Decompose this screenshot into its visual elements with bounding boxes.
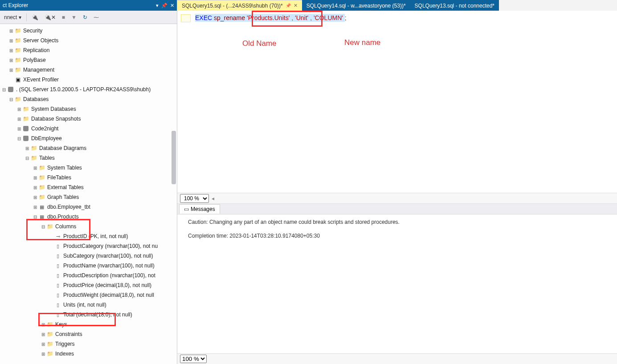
expander-icon[interactable]: ⊞ (16, 117, 22, 121)
folder-icon (14, 47, 21, 54)
pin-icon[interactable]: 📌 (161, 3, 168, 8)
table-employee[interactable]: ⊞ dbo.Employee_tbt (0, 202, 177, 212)
expander-icon[interactable]: ⊟ (24, 156, 30, 161)
disconnect-icon[interactable]: 🔌✕ (42, 13, 58, 22)
expander-icon[interactable]: ⊟ (16, 136, 22, 141)
expander-icon[interactable]: ⊟ (1, 87, 7, 92)
tree-item-label: Replication (23, 47, 49, 53)
expander-icon[interactable]: ⊟ (32, 214, 38, 219)
column-item[interactable]: ProductName (nvarchar(100), not null) (0, 261, 177, 271)
tablefolder-filetables[interactable]: ⊞ FileTables (0, 173, 177, 182)
object-explorer-panel: ct Explorer ▾ 📌 ✕ nnect ▾ 🔌 🔌✕ ■ ▼ ↻ ⁓ ⊞… (0, 0, 177, 364)
file-tab-query15[interactable]: SQLQuery15.sql - (...24ASS9\shubh (70))*… (177, 0, 302, 11)
expander-icon[interactable]: ⊞ (32, 175, 38, 180)
tree-snapshots[interactable]: ⊞ Database Snapshots (0, 114, 177, 124)
tree-polybase[interactable]: ⊞ PolyBase (0, 55, 177, 65)
expander-icon[interactable]: ⊟ (40, 224, 46, 229)
file-tab-query13[interactable]: SQLQuery13.sql - not connected* (410, 0, 499, 11)
expander-icon[interactable]: ⊞ (8, 38, 14, 43)
column-item[interactable]: ProductPrice (decimal(18,0), not null) (0, 280, 177, 290)
tablesub-indexes[interactable]: ⊞ Indexes (0, 349, 177, 359)
expander-icon[interactable]: ⊞ (40, 322, 46, 327)
expander-icon[interactable]: ⊞ (8, 48, 14, 53)
refresh-icon[interactable]: ↻ (81, 13, 90, 22)
file-tab-query14[interactable]: SQLQuery14.sql - w...aveastoryone (53))* (302, 0, 410, 11)
tree-sysdb[interactable]: ⊞ System Databases (0, 104, 177, 114)
expander-icon[interactable]: ⊞ (8, 28, 14, 33)
expander-icon[interactable]: ⊞ (40, 332, 46, 337)
stop-icon[interactable]: ■ (60, 13, 67, 22)
expander-icon[interactable]: ⊟ (8, 97, 14, 102)
expander-icon[interactable]: ⊞ (32, 195, 38, 200)
expander-icon[interactable]: ⊞ (16, 107, 22, 112)
tree-xevent[interactable]: ▣ XEvent Profiler (0, 75, 177, 85)
dropdown-icon[interactable]: ▾ (156, 3, 159, 8)
column-item[interactable]: ProductID (PK, int, not null) (0, 231, 177, 241)
results-tabbar: ▭ Messages (177, 204, 617, 214)
messages-zoom-bar: 100 % (177, 353, 617, 364)
expander-icon[interactable]: ⊞ (32, 185, 38, 190)
messages-tab[interactable]: ▭ Messages (179, 204, 220, 214)
tablesub-keys[interactable]: ⊞ Keys (0, 320, 177, 329)
column-item[interactable]: ProductCategory (nvarchar(100), not nu (0, 241, 177, 251)
tree-management[interactable]: ⊞ Management (0, 65, 177, 75)
column-item[interactable]: ProductDescription (nvarchar(100), not (0, 271, 177, 280)
tree-item-label: Constraints (55, 331, 82, 337)
tree-replication[interactable]: ⊞ Replication (0, 45, 177, 55)
expander-icon[interactable]: ⊞ (40, 342, 46, 347)
column-label: ProductDescription (nvarchar(100), not (63, 272, 155, 279)
expander-icon[interactable]: ⊞ (32, 166, 38, 170)
activity-icon[interactable]: ⁓ (91, 13, 101, 22)
columns-node[interactable]: ⊟ Columns (0, 222, 177, 231)
expander-icon[interactable]: ⊞ (32, 205, 38, 210)
tree-item-label: Triggers (55, 341, 75, 347)
column-item[interactable]: Total (decimal(18,0), not null) (0, 310, 177, 320)
tree-security[interactable]: ⊞ Security (0, 26, 177, 36)
expander-icon[interactable]: ⊞ (40, 352, 46, 356)
pin-icon[interactable]: 📌 (286, 3, 291, 8)
column-item[interactable]: Units (int, not null) (0, 300, 177, 310)
object-explorer-tree[interactable]: ⊞ Security ⊞ Server Objects ⊞ Replicatio… (0, 24, 177, 364)
tree-item-label: System Databases (31, 106, 76, 112)
close-icon[interactable]: ✕ (294, 3, 298, 8)
expander-icon[interactable]: ⊞ (16, 126, 22, 131)
column-item[interactable]: SubCategory (nvarchar(100), not null) (0, 251, 177, 261)
scrollbar-thumb[interactable] (172, 131, 176, 184)
object-explorer-toolbar: nnect ▾ 🔌 🔌✕ ■ ▼ ↻ ⁓ (0, 11, 177, 24)
folder-icon (38, 194, 45, 201)
expander-icon[interactable]: ⊞ (8, 68, 14, 73)
procedure-name: sp_rename (214, 14, 245, 21)
tablesub-triggers[interactable]: ⊞ Triggers (0, 339, 177, 349)
zoom-select[interactable]: 100 % (180, 194, 209, 203)
tablefolder-graphtables[interactable]: ⊞ Graph Tables (0, 192, 177, 202)
connect-button[interactable]: nnect ▾ (2, 13, 24, 22)
message-completion: Completion time: 2023-01-14T03:28:10.917… (188, 232, 606, 240)
tree-item-label: PolyBase (23, 57, 46, 63)
database-icon (22, 135, 29, 142)
tables-node[interactable]: ⊟ Tables (0, 153, 177, 163)
server-node[interactable]: ⊟ . (SQL Server 15.0.2000.5 - LAPTOP-RK2… (0, 85, 177, 94)
databases-node[interactable]: ⊟ Databases (0, 94, 177, 104)
column-item[interactable]: ProductWeight (decimal(18,0), not null (0, 290, 177, 300)
code-line-1[interactable]: EXEC sp_rename 'Products.Units' , 'Unit'… (195, 14, 347, 21)
tablesub-constraints[interactable]: ⊞ Constraints (0, 329, 177, 339)
database-diagrams-node[interactable]: ⊞ Database Diagrams (0, 143, 177, 153)
chevron-left-icon[interactable]: ◂ (212, 195, 214, 202)
filter-icon[interactable]: ▼ (69, 13, 79, 22)
tablefolder-externaltables[interactable]: ⊞ External Tables (0, 182, 177, 192)
database-dbemployee[interactable]: ⊟ DbEmployee (0, 133, 177, 143)
column-icon (54, 262, 61, 269)
sql-editor[interactable]: EXEC sp_rename 'Products.Units' , 'Unit'… (177, 11, 617, 193)
connect-icon[interactable]: 🔌 (29, 13, 41, 22)
tree-serverobjects[interactable]: ⊞ Server Objects (0, 36, 177, 45)
tablefolder-systables[interactable]: ⊞ System Tables (0, 163, 177, 173)
expander-icon[interactable]: ⊞ (24, 146, 30, 151)
database-code2night[interactable]: ⊞ Code2night (0, 124, 177, 133)
zoom-select-messages[interactable]: 100 % (180, 355, 207, 363)
folder-icon (14, 96, 21, 103)
close-icon[interactable]: ✕ (170, 3, 174, 8)
tree-item-label: Code2night (31, 125, 58, 132)
messages-output[interactable]: Caution: Changing any part of an object … (177, 214, 617, 353)
table-products[interactable]: ⊟ dbo.Products (0, 212, 177, 222)
expander-icon[interactable]: ⊞ (8, 58, 14, 63)
